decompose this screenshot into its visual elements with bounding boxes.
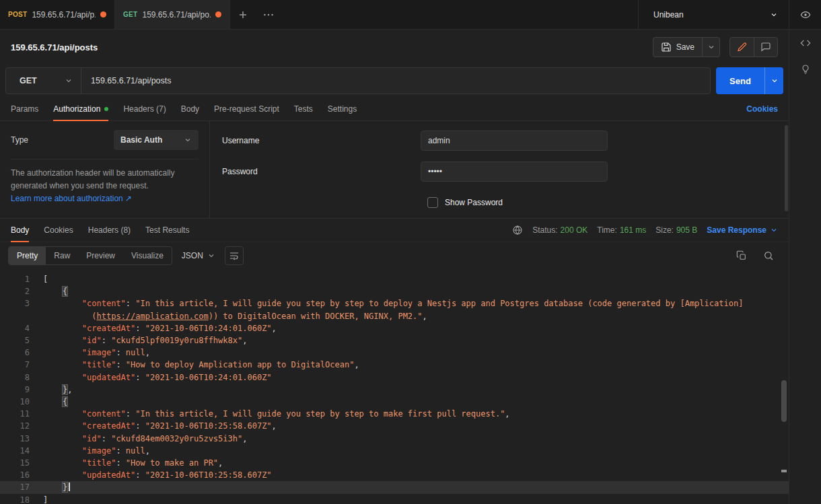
request-info-button[interactable]: [800, 64, 811, 77]
auth-type-select[interactable]: Basic Auth: [114, 130, 199, 150]
code-line[interactable]: 9 },: [0, 384, 789, 396]
chevron-down-icon: [65, 77, 73, 85]
code-line[interactable]: 7 "title": "How to deploy Amplication ap…: [0, 359, 789, 371]
format-select[interactable]: JSON: [182, 251, 215, 260]
code-line[interactable]: 18]: [0, 494, 789, 504]
show-password-checkbox[interactable]: [427, 197, 438, 208]
code-line[interactable]: 4 "createdAt": "2021-10-06T10:24:01.060Z…: [0, 322, 789, 334]
save-button[interactable]: Save: [653, 38, 702, 57]
tab-label: Authorization: [53, 104, 100, 114]
json-token: ]: [43, 495, 48, 504]
tab-label: Settings: [328, 104, 357, 114]
json-token: [43, 434, 82, 443]
code-line[interactable]: 3 "content": "In this article, I will gu…: [0, 297, 789, 310]
request-action-icons: [729, 37, 778, 57]
workspace-tab-get[interactable]: GET159.65.6.71/api/po...: [115, 0, 230, 29]
request-tab-params[interactable]: Params: [11, 97, 38, 120]
code-line[interactable]: 1[: [0, 273, 789, 285]
line-number: 9: [0, 384, 30, 396]
auth-learn-more-link[interactable]: Learn more about authorization ↗: [11, 192, 132, 205]
password-label: Password: [222, 167, 421, 176]
json-token: :: [135, 324, 145, 333]
copy-icon: [736, 250, 747, 261]
response-tab-body[interactable]: Body: [11, 219, 29, 242]
auth-form: Username Password Show Password: [210, 121, 789, 218]
comments-button[interactable]: [754, 38, 777, 57]
json-token: }: [63, 482, 67, 492]
eye-icon: [800, 9, 811, 20]
request-tab-pre-request-script[interactable]: Pre-request Script: [214, 97, 279, 120]
response-tab-cookies[interactable]: Cookies: [44, 219, 73, 242]
code-line[interactable]: 6 "image": null,: [0, 347, 789, 359]
environment-quick-look-button[interactable]: [789, 0, 821, 29]
json-token: :: [126, 409, 135, 419]
request-tab-settings[interactable]: Settings: [328, 97, 357, 120]
response-body-editor[interactable]: 1[2 {3 "content": "In this article, I wi…: [0, 269, 789, 504]
code-line[interactable]: 13 "id": "ckufd84em0032y0ru5zvs5i3h",: [0, 433, 789, 445]
url-input[interactable]: 159.65.6.71/api/posts: [81, 76, 710, 85]
response-tab-test-results[interactable]: Test Results: [145, 219, 189, 242]
search-response-button[interactable]: [763, 250, 774, 261]
password-input[interactable]: [421, 161, 608, 182]
code-line[interactable]: 2 {: [0, 285, 789, 297]
cookies-link[interactable]: Cookies: [746, 104, 778, 114]
edit-request-button[interactable]: [730, 38, 754, 57]
code-line[interactable]: 14 "image": null,: [0, 445, 789, 457]
line-number: 4: [0, 322, 30, 334]
view-tab-visualize[interactable]: Visualize: [123, 247, 172, 264]
code-line[interactable]: 5 "id": "ckufd5lpf0019y0ru8ffhwk8x",: [0, 334, 789, 347]
code-line[interactable]: 15 "title": "How to make an PR",: [0, 457, 789, 469]
network-info-button[interactable]: [512, 225, 523, 236]
json-token: )) to DigitalOcean with DOCKER, NGINX, P…: [209, 312, 423, 321]
auth-type-label: Type: [11, 135, 28, 145]
environment-selector[interactable]: Unibean: [638, 0, 789, 29]
request-tab-body[interactable]: Body: [181, 97, 199, 120]
request-pane: 159.65.6.71/api/posts Save: [0, 30, 789, 504]
view-tab-raw[interactable]: Raw: [46, 247, 78, 264]
username-input[interactable]: [421, 131, 608, 151]
code-line[interactable]: 8 "updatedAt": "2021-10-06T10:24:01.060Z…: [0, 371, 789, 384]
json-token: "image": [82, 348, 116, 357]
new-tab-button[interactable]: [230, 0, 256, 29]
save-response-button[interactable]: Save Response: [707, 225, 778, 235]
code-line[interactable]: 16 "updatedAt": "2021-10-06T10:25:58.607…: [0, 469, 789, 481]
auth-type-value: Basic Auth: [120, 135, 162, 145]
method-select[interactable]: GET: [6, 68, 81, 94]
tab-label: Body: [181, 104, 199, 114]
chevron-down-icon: [770, 11, 778, 19]
send-options-button[interactable]: [764, 67, 783, 94]
view-tab-preview[interactable]: Preview: [78, 247, 123, 264]
json-token: [43, 446, 82, 456]
line-number: 17: [0, 481, 30, 493]
username-row: Username: [222, 131, 789, 151]
code-snippet-button[interactable]: [800, 38, 811, 50]
code-line[interactable]: 11 "content": "In this article, I will g…: [0, 408, 789, 420]
send-button[interactable]: Send: [716, 67, 764, 94]
response-tab-headers-8[interactable]: Headers (8): [88, 219, 131, 242]
more-tabs-button[interactable]: [256, 0, 281, 29]
line-number: 5: [0, 334, 30, 347]
line-number: 2: [0, 285, 30, 297]
line-number: [0, 310, 30, 322]
code-line[interactable]: 10 {: [0, 396, 789, 408]
request-tab-tests[interactable]: Tests: [294, 97, 313, 120]
json-token: "createdAt": [82, 324, 135, 333]
save-options-button[interactable]: [702, 38, 719, 57]
json-token: "updatedAt": [82, 470, 135, 480]
json-token: [: [43, 275, 48, 284]
wrap-lines-button[interactable]: [225, 246, 244, 265]
json-token: "id": [82, 434, 102, 443]
json-token: {: [63, 397, 67, 406]
json-token: ,: [67, 385, 72, 394]
copy-response-button[interactable]: [736, 250, 747, 261]
code-line[interactable]: (https://amplication.com)) to DigitalOce…: [0, 310, 789, 322]
request-tab-headers-7[interactable]: Headers (7): [123, 97, 166, 120]
code-line[interactable]: 17 }: [0, 481, 789, 493]
code-line[interactable]: 12 "createdAt": "2021-10-06T10:25:58.607…: [0, 420, 789, 432]
scrollbar[interactable]: [785, 125, 788, 211]
request-tab-authorization[interactable]: Authorization: [53, 97, 108, 120]
workspace-tab-post[interactable]: POST159.65.6.71/api/p...: [0, 0, 115, 29]
show-password-row: Show Password: [222, 192, 789, 213]
editor-scrollbar-thumb[interactable]: [781, 380, 787, 422]
view-tab-pretty[interactable]: Pretty: [9, 247, 46, 264]
